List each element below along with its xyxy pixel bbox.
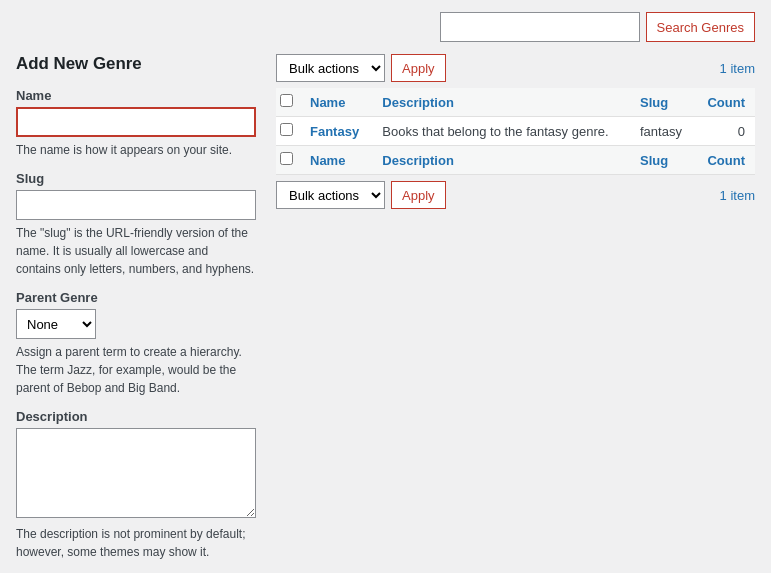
table-row: Fantasy Books that belong to the fantasy… [276,117,755,146]
row-name: Fantasy [300,117,372,146]
slug-hint: The "slug" is the URL-friendly version o… [16,224,256,278]
description-field: Description The description is not promi… [16,409,256,561]
parent-genre-hint: Assign a parent term to create a hierarc… [16,343,256,397]
select-all-checkbox-bottom[interactable] [280,152,293,165]
top-bulk-actions-bar: Bulk actions Apply 1 item [276,54,755,82]
slug-input[interactable] [16,190,256,220]
description-label: Description [16,409,256,424]
top-apply-button[interactable]: Apply [391,54,446,82]
description-hint: The description is not prominent by defa… [16,525,256,561]
bottom-apply-button[interactable]: Apply [391,181,446,209]
footer-slug[interactable]: Slug [630,146,695,175]
top-bulk-left: Bulk actions Apply [276,54,446,82]
bottom-bulk-left: Bulk actions Apply [276,181,446,209]
parent-genre-select[interactable]: None [16,309,96,339]
name-label: Name [16,88,256,103]
panel-title: Add New Genre [16,54,256,74]
search-genres-button[interactable]: Search Genres [646,12,755,42]
slug-field: Slug The "slug" is the URL-friendly vers… [16,171,256,278]
header-slug[interactable]: Slug [630,88,695,117]
top-item-count: 1 item [720,61,755,76]
parent-genre-label: Parent Genre [16,290,256,305]
search-genres-input[interactable] [440,12,640,42]
genres-table: Name Description Slug Count Fantasy Book… [276,88,755,175]
footer-count[interactable]: Count [695,146,755,175]
footer-name[interactable]: Name [300,146,372,175]
name-field: Name The name is how it appears on your … [16,88,256,159]
genres-table-panel: Bulk actions Apply 1 item Name Descripti… [276,54,755,209]
header-description[interactable]: Description [372,88,630,117]
bottom-bulk-actions-bar: Bulk actions Apply 1 item [276,181,755,209]
slug-label: Slug [16,171,256,186]
row-checkbox-cell [276,117,300,146]
bottom-item-count: 1 item [720,188,755,203]
row-slug: fantasy [630,117,695,146]
bottom-bulk-actions-select[interactable]: Bulk actions [276,181,385,209]
row-count: 0 [695,117,755,146]
row-description: Books that belong to the fantasy genre. [372,117,630,146]
footer-checkbox-cell [276,146,300,175]
parent-genre-field: Parent Genre None Assign a parent term t… [16,290,256,397]
footer-description[interactable]: Description [372,146,630,175]
row-checkbox[interactable] [280,123,293,136]
table-footer-row: Name Description Slug Count [276,146,755,175]
select-all-checkbox-top[interactable] [280,94,293,107]
top-bar: Search Genres [16,12,755,42]
add-genre-panel: Add New Genre Name The name is how it ap… [16,54,256,573]
table-header-row: Name Description Slug Count [276,88,755,117]
name-input[interactable] [16,107,256,137]
description-textarea[interactable] [16,428,256,518]
header-count[interactable]: Count [695,88,755,117]
row-name-link[interactable]: Fantasy [310,124,359,139]
main-content: Add New Genre Name The name is how it ap… [16,54,755,573]
top-bulk-actions-select[interactable]: Bulk actions [276,54,385,82]
parent-genre-select-wrapper: None [16,309,256,339]
header-checkbox-cell [276,88,300,117]
header-name[interactable]: Name [300,88,372,117]
name-hint: The name is how it appears on your site. [16,141,256,159]
